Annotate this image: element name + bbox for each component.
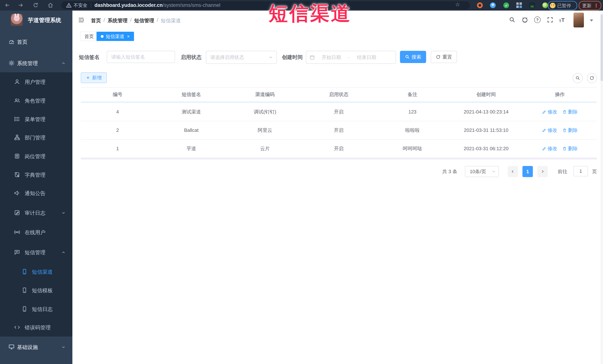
extension-icon-4[interactable]: [516, 2, 522, 8]
sidebar-item-label: 短信管理: [25, 249, 46, 256]
sidebar-item-label: 首页: [17, 39, 27, 46]
breadcrumb-item[interactable]: 短信管理: [134, 17, 154, 24]
sidebar-item-audit-log[interactable]: 审计日志: [0, 204, 72, 221]
extension-icon-6[interactable]: [542, 2, 548, 8]
search-button[interactable]: 搜索: [400, 51, 426, 63]
sidebar-item-sms-template[interactable]: 短信模板: [0, 282, 72, 298]
scrollbar-thumb[interactable]: [601, 14, 603, 81]
home-icon[interactable]: [47, 2, 54, 8]
sidebar-item-label: 在线用户: [25, 229, 46, 236]
github-icon[interactable]: [522, 17, 528, 23]
edit-link[interactable]: 修改: [542, 127, 557, 133]
status-select[interactable]: 请选择启用状态: [206, 51, 277, 64]
url-bar[interactable]: 不安全 dashboard.yudao.iocoder.cn/system/sm…: [61, 1, 470, 9]
prev-page-button[interactable]: [508, 166, 518, 177]
header-search-icon[interactable]: [509, 17, 516, 23]
sidebar-item-infrastructure[interactable]: 基础设施: [0, 339, 72, 355]
goto-page-input[interactable]: [573, 166, 588, 176]
paused-label: 已暂停: [557, 3, 571, 9]
sidebar-collapse-icon[interactable]: [78, 17, 85, 23]
sidebar-item-sms-management[interactable]: 短信管理: [0, 244, 72, 261]
sidebar-item-error-code-management[interactable]: 错误码管理: [0, 319, 72, 336]
breadcrumb-item[interactable]: 首页: [91, 17, 101, 24]
app-logo-area[interactable]: 芋道管理系统: [0, 12, 72, 29]
reset-button[interactable]: 重置: [431, 51, 457, 63]
tab-sms-channel[interactable]: 短信渠道 ×: [96, 32, 134, 41]
edit-link[interactable]: 修改: [542, 109, 557, 115]
browser-update-button[interactable]: 更新 ⋮: [579, 1, 601, 10]
next-page-button[interactable]: [537, 166, 548, 177]
start-date-placeholder[interactable]: 开始日期: [317, 54, 345, 61]
sidebar-item-label: 菜单管理: [25, 116, 46, 123]
sidebar-item-menu-management[interactable]: 菜单管理: [0, 111, 72, 127]
delete-link[interactable]: 删除: [562, 109, 578, 115]
sidebar-item-system-management[interactable]: 系统管理: [0, 55, 72, 71]
sidebar-item-notice-announcement[interactable]: 通知公告: [0, 185, 72, 201]
fullscreen-icon[interactable]: [547, 17, 554, 23]
url-host[interactable]: dashboard.yudao.iocoder.cn: [94, 2, 163, 8]
sidebar-item-sms-log[interactable]: 短信日志: [0, 301, 72, 317]
page-size-select[interactable]: 10条/页: [465, 166, 499, 177]
chevron-up-icon: [61, 250, 66, 254]
sidebar-item-online-users[interactable]: 在线用户: [0, 224, 72, 241]
sidebar-item-dict-management[interactable]: 字典管理: [0, 166, 72, 183]
org-tree-icon: [14, 134, 20, 141]
extension-icon-1[interactable]: [477, 2, 483, 8]
table-refresh-button[interactable]: [587, 73, 597, 83]
back-icon[interactable]: [4, 2, 10, 8]
sidebar-item-role-management[interactable]: 角色管理: [0, 92, 72, 109]
calendar-icon: [310, 55, 315, 60]
sidebar-item-user-management[interactable]: 用户管理: [0, 73, 72, 90]
chevron-down-icon: [491, 169, 496, 174]
delete-link[interactable]: 删除: [562, 127, 578, 133]
extension-icon-5[interactable]: on: [529, 2, 535, 8]
chevron-down-icon: [268, 55, 273, 60]
url-path[interactable]: /system/sms/sms-channel: [163, 2, 220, 8]
question-glyph: ?: [536, 17, 539, 22]
sidebar-item-label: 通知公告: [25, 190, 46, 197]
tab-close-icon[interactable]: ×: [127, 33, 130, 39]
sign-input[interactable]: [107, 51, 175, 63]
avatar-caret-down-icon[interactable]: [590, 20, 593, 22]
extension-icon-2[interactable]: [490, 2, 496, 8]
cell-sign: Ballcat: [154, 127, 228, 133]
sidebar: 芋道管理系统 首页 系统管理 用户管理 角色管理 菜单管理 部门管理: [0, 11, 72, 364]
sidebar-item-label: 短信渠道: [32, 268, 53, 276]
profile-paused-badge[interactable]: 已暂停: [548, 1, 577, 10]
edit-link[interactable]: 修改: [542, 145, 557, 152]
sidebar-item-department-management[interactable]: 部门管理: [0, 129, 72, 146]
edit-icon: [542, 146, 546, 151]
column-header: 备注: [376, 91, 449, 98]
cell-id: 4: [81, 109, 154, 115]
status-select-placeholder: 请选择启用状态: [210, 54, 244, 61]
window-scrollbar[interactable]: [600, 11, 603, 364]
cell-create-time: 2021-03-31 11:53:10: [449, 127, 523, 133]
end-date-placeholder[interactable]: 结束日期: [353, 54, 381, 61]
extension-icon-3[interactable]: [503, 2, 509, 8]
bookmark-star-icon[interactable]: ☆: [455, 1, 460, 8]
tags-view-bar: 首页 短信渠道 ×: [72, 30, 603, 43]
add-button[interactable]: 新增: [81, 72, 107, 83]
date-range-picker[interactable]: 开始日期 - 结束日期: [306, 51, 396, 64]
tab-home[interactable]: 首页: [80, 32, 98, 41]
avatar[interactable]: [573, 13, 584, 27]
sidebar-item-sms-channel[interactable]: 短信渠道: [0, 263, 72, 280]
overflow-menu-icon[interactable]: ⋮: [594, 3, 599, 9]
tab-label: 短信渠道: [106, 33, 124, 40]
sidebar-item-label: 审计日志: [25, 210, 46, 217]
sidebar-item-label: 基础设施: [17, 344, 38, 351]
security-label[interactable]: 不安全: [73, 2, 87, 8]
forward-icon[interactable]: [18, 2, 24, 8]
breadcrumb-item[interactable]: 系统管理: [108, 17, 128, 24]
delete-link[interactable]: 删除: [562, 145, 578, 152]
sidebar-item-post-management[interactable]: 岗位管理: [0, 148, 72, 165]
cell-actions: 修改 删除: [523, 109, 597, 115]
current-page-button[interactable]: 1: [522, 166, 533, 177]
sidebar-item-label: 短信日志: [32, 306, 53, 313]
cell-code: 阿里云: [228, 127, 302, 133]
font-size-icon[interactable]: TT: [559, 17, 566, 23]
sidebar-item-home[interactable]: 首页: [0, 33, 72, 50]
reload-icon[interactable]: [33, 2, 39, 8]
table-search-toggle-button[interactable]: [573, 73, 583, 83]
help-icon[interactable]: ?: [534, 17, 541, 23]
